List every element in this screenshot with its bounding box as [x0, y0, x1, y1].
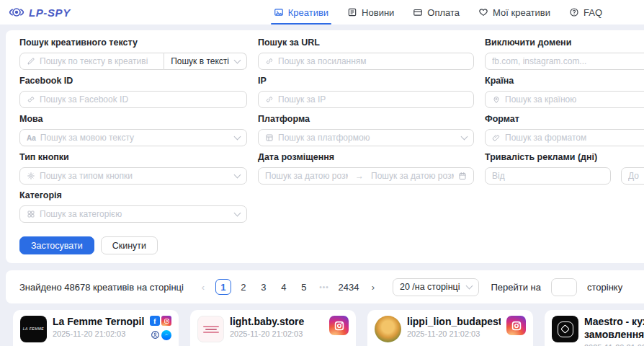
format-input[interactable]	[505, 133, 644, 143]
nav-item-my-creatives[interactable]: Мої креативи	[478, 0, 550, 25]
filter-duration: Тривалість реклами (дні)	[485, 152, 644, 185]
filter-exclude-domains: Виключити домени	[485, 37, 644, 70]
filter-label: Платформа	[258, 114, 474, 124]
question-circle-icon	[569, 7, 579, 17]
link-icon	[265, 57, 274, 66]
chevron-down-icon	[461, 133, 468, 140]
apply-button[interactable]: Застосувати	[19, 236, 94, 254]
page-button-last[interactable]: 2434	[336, 279, 361, 295]
platform-input[interactable]	[278, 133, 457, 143]
filter-country: Країна	[485, 76, 644, 108]
platform-grid-icon	[265, 133, 274, 142]
avatar	[375, 316, 401, 342]
arrow-right-icon: →	[352, 171, 367, 181]
avatar	[197, 316, 224, 342]
location-pin-icon	[492, 95, 501, 104]
page-button-4[interactable]: 4	[276, 279, 292, 295]
audience-network-icon	[150, 330, 160, 340]
creative-title-line2: замовлення в Ужго	[584, 329, 644, 342]
button-type-input[interactable]	[40, 171, 231, 181]
page-size-select[interactable]: 20 /на сторінці	[393, 278, 480, 296]
creative-card[interactable]: lippi_lion_budapest 2025-11-20 21:02:03 …	[367, 310, 533, 346]
platform-select[interactable]	[258, 129, 474, 146]
prev-page-button[interactable]: ‹	[195, 279, 211, 295]
exclude-domains-input[interactable]	[492, 56, 644, 66]
creative-date: 2025-11-20 21:02:03	[407, 329, 501, 338]
filter-label: Дата розміщення	[258, 152, 474, 162]
creative-title: light.baby.store	[230, 316, 323, 327]
country-input[interactable]	[505, 94, 644, 105]
creative-card[interactable]: light.baby.store 2025-11-20 21:02:03 3 d…	[190, 310, 356, 346]
nav-item-payment[interactable]: Оплата	[413, 0, 460, 25]
creative-date: 2025-11-20 21:02:03	[230, 329, 323, 338]
language-input[interactable]	[40, 133, 231, 143]
page-button-2[interactable]: 2	[236, 279, 251, 295]
url-input[interactable]	[278, 56, 467, 66]
calendar-icon	[458, 172, 467, 180]
image-icon	[274, 7, 284, 17]
credit-card-icon	[413, 7, 423, 17]
creative-card[interactable]: LA FEMME La Femme Ternopil 2025-11-20 21…	[13, 310, 179, 346]
filter-button-type: Тип кнопки	[19, 152, 247, 185]
filter-label: Виключити домени	[485, 37, 644, 48]
page-button-3[interactable]: 3	[256, 279, 272, 295]
category-input[interactable]	[40, 209, 231, 219]
filter-label: Пошук за URL	[258, 37, 474, 48]
chevron-down-icon	[234, 133, 241, 140]
eye-logo-icon	[9, 5, 24, 19]
creative-date: 2025-11-20 21:02:03	[584, 343, 644, 346]
ip-input[interactable]	[278, 94, 467, 105]
date-from-input[interactable]	[265, 171, 348, 181]
language-select[interactable]: Aа	[19, 129, 247, 146]
creative-card[interactable]: Maestro - кухні, ме замовлення в Ужго 20…	[545, 310, 644, 346]
chevron-down-icon	[234, 209, 241, 216]
main-nav: Креативи Новини Оплата Мої креативи FAQ	[274, 0, 602, 25]
paperclip-icon	[492, 133, 501, 142]
filter-label: IP	[258, 76, 474, 86]
pagination-ellipsis[interactable]: •••	[316, 279, 332, 295]
filter-label: Тривалість реклами (дні)	[485, 152, 644, 162]
filter-label: Пошук креативного тексту	[19, 37, 247, 48]
nav-item-news[interactable]: Новини	[347, 0, 394, 25]
filter-creative-text: Пошук креативного тексту Пошук в тексті	[19, 37, 247, 70]
news-icon	[347, 7, 357, 17]
date-to-input[interactable]	[371, 171, 454, 181]
date-range-picker[interactable]: →	[258, 167, 474, 185]
nav-item-creatives[interactable]: Креативи	[274, 0, 328, 25]
avatar-text: LA FEMME	[23, 327, 44, 332]
duration-to-input[interactable]	[628, 171, 644, 181]
creative-title-line1: Maestro - кухні, ме	[584, 316, 644, 329]
page-button-1[interactable]: 1	[215, 279, 231, 295]
filter-placement-date: Дата розміщення →	[258, 152, 474, 185]
facebook-id-input[interactable]	[40, 94, 240, 105]
page-size-value: 20 /на сторінці	[400, 282, 460, 292]
duration-from-input[interactable]	[492, 171, 604, 181]
filter-url: Пошук за URL	[258, 37, 474, 70]
heart-icon	[478, 7, 488, 17]
creative-date: 2025-11-20 21:02:03	[53, 329, 144, 338]
messenger-icon	[161, 330, 171, 340]
search-mode-select[interactable]: Пошук в тексті	[164, 53, 247, 70]
creative-text-input[interactable]	[40, 56, 157, 66]
next-page-button[interactable]: ›	[365, 279, 381, 295]
page-button-5[interactable]: 5	[296, 279, 312, 295]
reset-button[interactable]: Скинути	[101, 236, 158, 254]
link-icon	[265, 95, 274, 104]
creatives-list: LA FEMME La Femme Ternopil 2025-11-20 21…	[0, 310, 644, 346]
button-type-select[interactable]	[19, 167, 247, 185]
results-bar: Знайдено 48678 креативів на сторінці ‹ 1…	[6, 270, 644, 303]
filter-label: Формат	[485, 114, 644, 124]
category-select[interactable]	[19, 205, 247, 223]
nav-item-faq[interactable]: FAQ	[569, 0, 602, 25]
filter-ip: IP	[258, 76, 474, 108]
filter-label: Facebook ID	[19, 76, 247, 86]
pencil-icon	[27, 57, 35, 66]
app-logo-text: LP-SPY	[29, 6, 71, 19]
creative-title: La Femme Ternopil	[53, 316, 144, 327]
filter-label: Тип кнопки	[19, 152, 247, 162]
filter-format: Формат	[485, 114, 644, 146]
nav-label: Мої креативи	[493, 7, 550, 18]
goto-page-input[interactable]	[551, 278, 577, 296]
app-logo[interactable]: LP-SPY	[9, 5, 71, 19]
nav-label: Креативи	[288, 7, 328, 18]
